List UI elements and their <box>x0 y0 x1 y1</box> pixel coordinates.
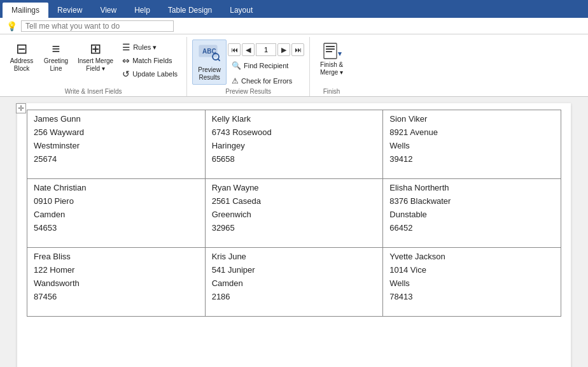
tab-help[interactable]: Help <box>125 3 159 18</box>
table-cell: Kelly Klark 6743 Rosewood Haringey 65658 <box>205 110 383 179</box>
rules-icon: ☰ <box>122 42 130 52</box>
find-recipient-icon: 🔍 <box>232 61 241 70</box>
table-row: Frea Bliss 122 Homer Wandsworth 87456 Kr… <box>27 248 561 317</box>
cell-zip: 32965 <box>212 223 377 233</box>
rules-label: Rules ▾ <box>133 43 157 52</box>
match-fields-label: Match Fields <box>132 57 172 64</box>
find-recipient-button[interactable]: 🔍 Find Recipient <box>228 60 304 71</box>
cell-content: Frea Bliss 122 Homer Wandsworth 87456 <box>34 252 199 312</box>
cell-zip: 78413 <box>389 292 554 301</box>
finish-merge-icon <box>321 42 342 61</box>
table-cell: Nate Christian 0910 Piero Camden 54653 <box>27 179 206 248</box>
cell-name: Yvette Jackson <box>389 252 554 261</box>
cell-address: 6743 Rosewood <box>212 127 377 137</box>
help-search-input[interactable] <box>21 20 174 32</box>
lightbulb-icon: 💡 <box>6 21 17 31</box>
table-row: James Gunn 256 Wayward Westminster 25674… <box>27 110 561 179</box>
nav-next-button[interactable]: ▶ <box>277 43 290 56</box>
find-recipient-label: Find Recipient <box>244 62 288 69</box>
nav-last-button[interactable]: ⏭ <box>291 43 304 56</box>
update-labels-label: Update Labels <box>132 70 178 78</box>
cell-content: Kris June 541 Juniper Camden 2186 <box>212 252 377 312</box>
tab-table-design[interactable]: Table Design <box>159 3 221 18</box>
tab-view[interactable]: View <box>91 3 125 18</box>
cell-city: Greenwich <box>212 210 377 219</box>
rules-button[interactable]: ☰ Rules ▾ <box>118 41 181 54</box>
ribbon-group-preview: ABC PreviewResults ⏮ ◀ ▶ ⏭ <box>187 37 310 96</box>
preview-icon-svg: ABC <box>198 43 221 62</box>
cell-address: 541 Juniper <box>212 265 377 275</box>
cell-address: 8921 Avenue <box>389 127 554 137</box>
table-cell: Yvette Jackson 1014 Vice Wells 78413 <box>383 248 561 317</box>
cell-city: Camden <box>212 278 377 288</box>
greeting-line-stack: ≡ GreetingLine <box>39 40 73 75</box>
greeting-line-label: GreetingLine <box>44 57 68 73</box>
svg-line-3 <box>218 59 220 61</box>
tab-layout[interactable]: Layout <box>221 3 262 18</box>
svg-rect-5 <box>326 46 335 47</box>
address-block-button[interactable]: ⊟ AddressBlock <box>5 40 38 75</box>
insert-merge-icon: ⊞ <box>90 42 101 56</box>
cell-city: Camden <box>34 210 199 219</box>
small-btns-stack: ☰ Rules ▾ ⇔ Match Fields ↺ Update Labels <box>118 41 181 80</box>
match-fields-icon: ⇔ <box>122 55 130 66</box>
update-labels-button[interactable]: ↺ Update Labels <box>118 68 181 80</box>
address-block-icon: ⊟ <box>16 42 27 56</box>
insert-merge-stack: ⊞ Insert MergeField ▾ <box>74 40 117 75</box>
ribbon-container: Mailings Review View Help Table Design L… <box>0 0 588 18</box>
cell-zip: 2186 <box>212 292 377 301</box>
insert-merge-field-button[interactable]: ⊞ Insert MergeField ▾ <box>74 40 117 75</box>
cell-city: Wandsworth <box>34 278 199 288</box>
table-cell: Ryan Wayne 2561 Caseda Greenwich 32965 <box>205 179 383 248</box>
cell-name: Ryan Wayne <box>212 183 377 192</box>
svg-rect-6 <box>326 48 335 50</box>
insert-merge-label: Insert MergeField ▾ <box>78 57 113 73</box>
cell-name: Kelly Klark <box>212 114 377 124</box>
nav-first-button[interactable]: ⏮ <box>228 43 241 56</box>
table-handle[interactable]: ✛ <box>16 103 26 113</box>
cell-zip: 65658 <box>212 154 377 164</box>
cell-address: 256 Wayward <box>34 127 199 137</box>
ribbon: ⊟ AddressBlock ≡ GreetingLine ⊞ Insert M… <box>0 34 588 97</box>
cell-content: Elisha Northerth 8376 Blackwater Dunstab… <box>389 183 554 243</box>
preview-results-button[interactable]: ABC PreviewResults <box>192 40 227 85</box>
cell-content: Nate Christian 0910 Piero Camden 54653 <box>34 183 199 243</box>
cell-zip: 66452 <box>389 223 554 233</box>
cell-city: Wells <box>389 141 554 150</box>
tab-review[interactable]: Review <box>48 3 91 18</box>
svg-marker-8 <box>338 52 342 56</box>
preview-results-label: PreviewResults <box>198 66 221 82</box>
cell-zip: 25674 <box>34 154 199 164</box>
tab-mailings[interactable]: Mailings <box>3 3 48 18</box>
svg-rect-7 <box>326 51 332 52</box>
cell-name: Frea Bliss <box>34 252 199 261</box>
write-insert-large-btns: ⊟ AddressBlock <box>5 40 38 75</box>
merge-table: James Gunn 256 Wayward Westminster 25674… <box>27 110 561 317</box>
cell-address: 8376 Blackwater <box>389 196 554 206</box>
cell-address: 0910 Piero <box>34 196 199 206</box>
finish-merge-button[interactable]: Finish &Merge ▾ <box>315 40 348 79</box>
write-insert-group-label: Write & Insert Fields <box>5 87 181 96</box>
nav-and-small: ⏮ ◀ ▶ ⏭ 🔍 Find Recipient ⚠ Check for Err… <box>228 40 304 87</box>
table-cell: Kris June 541 Juniper Camden 2186 <box>205 248 383 317</box>
cell-name: James Gunn <box>34 114 199 124</box>
cell-content: Yvette Jackson 1014 Vice Wells 78413 <box>389 252 554 312</box>
update-labels-icon: ↺ <box>122 69 130 79</box>
nav-prev-button[interactable]: ◀ <box>242 43 255 56</box>
cell-address: 2561 Caseda <box>212 196 377 206</box>
cell-content: Sion Viker 8921 Avenue Wells 39412 <box>389 114 554 175</box>
nav-page-input[interactable] <box>256 43 276 56</box>
preview-results-group-label: Preview Results <box>192 87 304 96</box>
ribbon-group-finish: Finish &Merge ▾ Finish <box>310 37 353 96</box>
table-cell: Frea Bliss 122 Homer Wandsworth 87456 <box>27 248 206 317</box>
finish-group-content: Finish &Merge ▾ <box>315 37 348 87</box>
finish-group-label: Finish <box>315 87 348 96</box>
check-errors-button[interactable]: ⚠ Check for Errors <box>228 75 304 87</box>
greeting-line-button[interactable]: ≡ GreetingLine <box>39 40 73 75</box>
match-fields-button[interactable]: ⇔ Match Fields <box>118 54 181 67</box>
cell-city: Dunstable <box>389 210 554 219</box>
write-insert-content: ⊟ AddressBlock ≡ GreetingLine ⊞ Insert M… <box>5 37 181 87</box>
check-errors-icon: ⚠ <box>232 76 239 85</box>
preview-results-icon: ABC <box>198 43 221 66</box>
document-area: ✛ James Gunn 256 Wayward Westminster 256… <box>0 97 588 367</box>
